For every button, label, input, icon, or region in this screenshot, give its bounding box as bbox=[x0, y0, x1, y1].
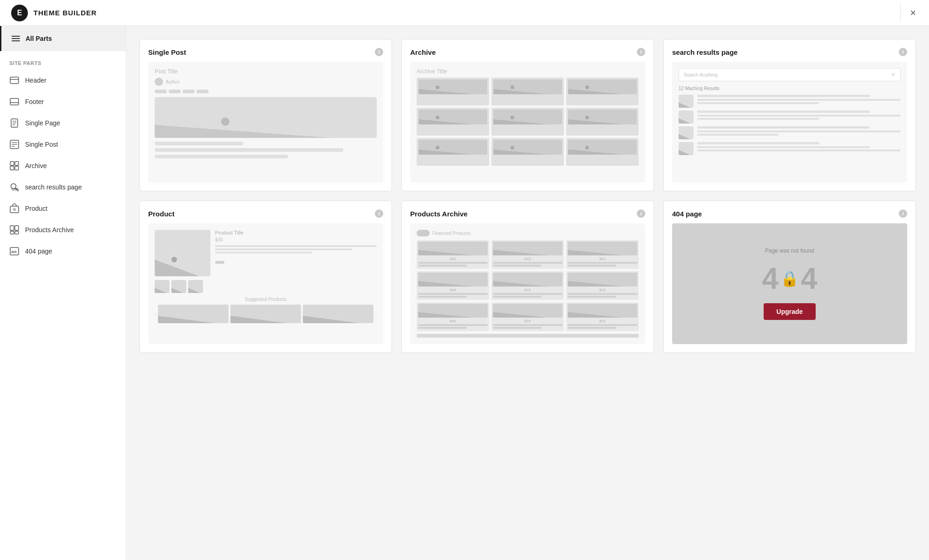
sidebar-item-header-label: Header bbox=[25, 77, 46, 84]
result-line bbox=[697, 146, 870, 148]
product-card[interactable]: Product i Product Title $30 bbox=[139, 201, 392, 353]
product-thumb bbox=[188, 280, 203, 293]
post-title-preview: Post Title bbox=[155, 68, 377, 75]
result-thumb bbox=[679, 142, 693, 155]
404-info-icon[interactable]: i bbox=[899, 209, 907, 218]
sidebar-item-single-post[interactable]: Single Post bbox=[0, 134, 126, 155]
sidebar-item-products-archive[interactable]: Products Archive bbox=[0, 219, 126, 241]
products-archive-info-icon[interactable]: i bbox=[637, 209, 645, 218]
search-bar-text: Search Anything bbox=[684, 72, 718, 78]
prod-line bbox=[418, 296, 467, 298]
result-line bbox=[697, 150, 901, 151]
post-line-2 bbox=[155, 148, 343, 152]
svg-point-24 bbox=[13, 208, 15, 210]
sidebar-all-parts[interactable]: All Parts bbox=[0, 26, 126, 51]
carousel-prev-arrow[interactable]: ‹ bbox=[155, 312, 156, 317]
arch-img-dot bbox=[436, 146, 439, 150]
404-preview: Page was not found 4 🔒 4 Upgrade bbox=[672, 223, 907, 344]
products-grid: $30 $15 $22 bbox=[417, 240, 639, 331]
product-info-icon[interactable]: i bbox=[375, 209, 383, 218]
carousel-next-arrow[interactable]: › bbox=[375, 312, 377, 317]
404-card-header: 404 page i bbox=[672, 209, 907, 218]
404-card[interactable]: 404 page i Page was not found 4 🔒 4 Upgr… bbox=[663, 201, 916, 353]
archive-icon bbox=[9, 161, 20, 171]
arch-img-dot bbox=[585, 116, 589, 119]
author-name: Author bbox=[166, 79, 179, 85]
prod-img bbox=[568, 273, 637, 287]
tag-1 bbox=[155, 90, 167, 93]
result-line bbox=[697, 118, 819, 120]
single-post-card[interactable]: Single Post i Post Title Author bbox=[139, 39, 392, 191]
top-bar-left: E THEME BUILDER bbox=[11, 5, 97, 21]
404-code-left: 4 bbox=[762, 261, 779, 296]
results-count: 12 Maching Results bbox=[679, 86, 901, 91]
product-main-image bbox=[155, 230, 210, 276]
prod-price: $22 bbox=[568, 319, 637, 323]
sidebar-item-header[interactable]: Header bbox=[0, 70, 126, 91]
author-avatar bbox=[155, 78, 163, 86]
products-arch-header: Featured Products bbox=[417, 230, 639, 236]
prod-price: $15 bbox=[493, 319, 563, 323]
arch-line-2 bbox=[568, 159, 609, 161]
sidebar-item-404[interactable]: 404 404 page bbox=[0, 241, 126, 262]
prod-line bbox=[568, 296, 616, 298]
arch-img bbox=[568, 110, 637, 124]
arch-item bbox=[417, 138, 489, 166]
sidebar-item-single-page-label: Single Page bbox=[25, 119, 60, 127]
archive-grid bbox=[417, 78, 639, 166]
sidebar-item-product[interactable]: Product bbox=[0, 198, 126, 219]
single-post-info-icon[interactable]: i bbox=[375, 48, 383, 56]
search-results-card[interactable]: search results page i Search Anything ✕ … bbox=[663, 39, 916, 191]
prod-line bbox=[493, 327, 542, 329]
result-thumb bbox=[679, 126, 693, 139]
suggested-item bbox=[158, 305, 229, 323]
sidebar-item-footer[interactable]: Footer bbox=[0, 91, 126, 112]
prod-img bbox=[418, 241, 488, 255]
close-button[interactable]: × bbox=[908, 5, 918, 21]
404-card-title: 404 page bbox=[672, 210, 702, 218]
arch-img bbox=[493, 79, 562, 94]
arch-img-dot bbox=[436, 116, 439, 119]
result-line bbox=[697, 102, 819, 104]
product-title-text: Product Title bbox=[215, 230, 377, 235]
single-post-preview: Post Title Author bbox=[148, 62, 383, 182]
products-archive-card-header: Products Archive i bbox=[410, 209, 645, 218]
prod-line bbox=[493, 265, 542, 267]
sidebar-item-single-page[interactable]: Single Page bbox=[0, 112, 126, 134]
upgrade-button[interactable]: Upgrade bbox=[764, 303, 816, 320]
prod-line bbox=[418, 324, 488, 326]
sidebar-item-archive[interactable]: Archive bbox=[0, 155, 126, 176]
archive-card[interactable]: Archive i Archive Title bbox=[401, 39, 654, 191]
product-img-dot bbox=[171, 257, 177, 262]
archive-card-title: Archive bbox=[410, 48, 436, 56]
prod-img bbox=[493, 304, 563, 318]
arch-img bbox=[419, 140, 487, 155]
svg-rect-27 bbox=[10, 231, 14, 234]
result-line bbox=[697, 95, 870, 97]
archive-info-icon[interactable]: i bbox=[637, 48, 645, 56]
arch-img bbox=[568, 140, 637, 155]
prod-item: $15 bbox=[491, 302, 564, 331]
arch-line-2 bbox=[568, 129, 609, 131]
featured-products-label: Featured Products bbox=[432, 231, 471, 236]
prod-line bbox=[568, 293, 637, 295]
sidebar-item-search-results[interactable]: search results page bbox=[0, 176, 126, 198]
product-icon bbox=[9, 203, 20, 214]
not-found-code: 4 🔒 4 bbox=[762, 261, 817, 296]
main-layout: All Parts SITE PARTS Header Footer bbox=[0, 26, 929, 560]
prod-price: $30 bbox=[418, 319, 488, 323]
products-archive-card[interactable]: Products Archive i Featured Products $30 bbox=[401, 201, 654, 353]
suggested-item bbox=[303, 305, 373, 323]
arch-line-2 bbox=[419, 129, 460, 131]
prod-img bbox=[568, 304, 637, 318]
svg-rect-3 bbox=[10, 77, 19, 84]
404-icon: 404 bbox=[9, 246, 20, 256]
product-add-button[interactable] bbox=[215, 261, 224, 264]
toggle-preview bbox=[417, 230, 430, 236]
search-results-info-icon[interactable]: i bbox=[899, 48, 907, 56]
product-desc-line bbox=[215, 245, 377, 247]
prod-img bbox=[493, 273, 563, 287]
result-line bbox=[697, 99, 901, 101]
search-results-icon bbox=[9, 182, 20, 192]
arch-img-dot bbox=[585, 146, 589, 150]
